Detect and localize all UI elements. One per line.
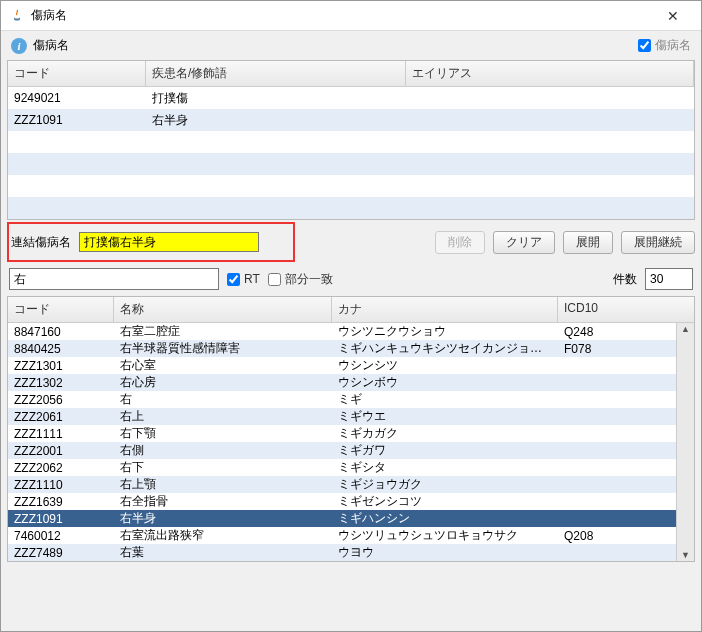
table-row[interactable]: ZZZ2062右下ミギシタ [8, 459, 676, 476]
bottom-grid-header: コード 名称 カナ ICD10 [8, 297, 694, 323]
cell-kana: ミギカガク [332, 425, 558, 442]
scroll-down-icon[interactable]: ▼ [681, 549, 690, 561]
cell-name: 打撲傷 [146, 90, 406, 107]
cell-kana: ウシンシツ [332, 357, 558, 374]
cell-code: 8847160 [8, 325, 114, 339]
rt-label: RT [244, 272, 260, 286]
col-name[interactable]: 疾患名/修飾語 [146, 61, 406, 86]
table-row[interactable]: ZZZ7489右葉ウヨウ [8, 544, 676, 561]
cell-name: 右半球器質性感情障害 [114, 340, 332, 357]
table-row[interactable]: ZZZ2001右側ミギガワ [8, 442, 676, 459]
bcol-icd[interactable]: ICD10 [558, 297, 676, 322]
scrollbar[interactable]: ▲ ▼ [676, 323, 694, 561]
table-row[interactable]: 7460012右室流出路狭窄ウシツリュウシュツロキョウサクQ208 [8, 527, 676, 544]
cell-kana: ミギガワ [332, 442, 558, 459]
cell-kana: ミギゼンシコツ [332, 493, 558, 510]
table-row[interactable]: ZZZ1091右半身ミギハンシン [8, 510, 676, 527]
scroll-up-icon[interactable]: ▲ [681, 323, 690, 335]
table-row[interactable]: ZZZ1639右全指骨ミギゼンシコツ [8, 493, 676, 510]
expand-button[interactable]: 展開 [563, 231, 613, 254]
cell-name: 右上 [114, 408, 332, 425]
cell-kana: ミギハンキュウキシツセイカンジョウシ... [332, 340, 558, 357]
col-alias[interactable]: エイリアス [406, 61, 694, 86]
cell-kana: ミギ [332, 391, 558, 408]
cell-code: ZZZ2001 [8, 444, 114, 458]
bcol-code[interactable]: コード [8, 297, 114, 322]
header-checkbox[interactable]: 傷病名 [638, 37, 691, 54]
mid-panel: 連結傷病名 削除 クリア 展開 展開継続 [7, 230, 695, 254]
table-row[interactable] [8, 153, 694, 175]
table-row[interactable] [8, 197, 694, 219]
table-row[interactable]: ZZZ1091右半身 [8, 109, 694, 131]
cell-icd: Q208 [558, 529, 676, 543]
titlebar: 傷病名 ✕ [1, 1, 701, 31]
cell-name: 右 [114, 391, 332, 408]
partial-checkbox-input[interactable] [268, 273, 281, 286]
cell-kana: ウシツニクウショウ [332, 323, 558, 340]
table-row[interactable]: 8840425右半球器質性感情障害ミギハンキュウキシツセイカンジョウシ...F0… [8, 340, 676, 357]
cell-code: 8840425 [8, 342, 114, 356]
cell-code: ZZZ1091 [8, 113, 146, 127]
cell-name: 右半身 [146, 112, 406, 129]
rt-checkbox[interactable]: RT [227, 272, 260, 286]
java-icon [9, 8, 25, 24]
cell-kana: ウシツリュウシュツロキョウサク [332, 527, 558, 544]
table-row[interactable]: ZZZ2061右上ミギウエ [8, 408, 676, 425]
table-row[interactable] [8, 175, 694, 197]
cell-code: ZZZ1639 [8, 495, 114, 509]
cell-code: ZZZ1091 [8, 512, 114, 526]
app-window: 傷病名 ✕ i 傷病名 傷病名 コード 疾患名/修飾語 エイリアス 924902… [0, 0, 702, 632]
cell-name: 右下 [114, 459, 332, 476]
clear-button[interactable]: クリア [493, 231, 555, 254]
cell-name: 右全指骨 [114, 493, 332, 510]
cell-name: 右室二腔症 [114, 323, 332, 340]
cell-code: ZZZ1302 [8, 376, 114, 390]
rt-checkbox-input[interactable] [227, 273, 240, 286]
table-row[interactable]: 8847160右室二腔症ウシツニクウショウQ248 [8, 323, 676, 340]
cell-kana: ミギハンシン [332, 510, 558, 527]
cell-name: 右上顎 [114, 476, 332, 493]
table-row[interactable]: ZZZ1301右心室ウシンシツ [8, 357, 676, 374]
cell-kana: ウシンボウ [332, 374, 558, 391]
cell-code: ZZZ2061 [8, 410, 114, 424]
expand-continue-button[interactable]: 展開継続 [621, 231, 695, 254]
cell-code: 9249021 [8, 91, 146, 105]
close-button[interactable]: ✕ [653, 8, 693, 24]
table-row[interactable]: ZZZ2056右ミギ [8, 391, 676, 408]
header-checkbox-label: 傷病名 [655, 37, 691, 54]
partial-checkbox[interactable]: 部分一致 [268, 271, 333, 288]
window-title: 傷病名 [31, 7, 653, 24]
partial-label: 部分一致 [285, 271, 333, 288]
cell-code: ZZZ2062 [8, 461, 114, 475]
linked-name-input[interactable] [79, 232, 259, 252]
cell-name: 右側 [114, 442, 332, 459]
cell-code: ZZZ1301 [8, 359, 114, 373]
cell-name: 右下顎 [114, 425, 332, 442]
delete-button[interactable]: 削除 [435, 231, 485, 254]
count-label: 件数 [613, 271, 637, 288]
table-row[interactable]: 9249021打撲傷 [8, 87, 694, 109]
header-checkbox-input[interactable] [638, 39, 651, 52]
cell-kana: ウヨウ [332, 544, 558, 561]
bcol-name[interactable]: 名称 [114, 297, 332, 322]
bcol-kana[interactable]: カナ [332, 297, 558, 322]
table-row[interactable] [8, 131, 694, 153]
page-header: i 傷病名 傷病名 [1, 31, 701, 60]
table-row[interactable]: ZZZ1111右下顎ミギカガク [8, 425, 676, 442]
count-input[interactable] [645, 268, 693, 290]
search-row: RT 部分一致 件数 [9, 268, 693, 290]
search-input[interactable] [9, 268, 219, 290]
table-row[interactable]: ZZZ1302右心房ウシンボウ [8, 374, 676, 391]
cell-name: 右半身 [114, 510, 332, 527]
table-row[interactable]: ZZZ1110右上顎ミギジョウガク [8, 476, 676, 493]
cell-kana: ミギシタ [332, 459, 558, 476]
cell-icd: F078 [558, 342, 676, 356]
linked-label: 連結傷病名 [11, 234, 71, 251]
cell-name: 右室流出路狭窄 [114, 527, 332, 544]
cell-icd: Q248 [558, 325, 676, 339]
cell-kana: ミギジョウガク [332, 476, 558, 493]
cell-name: 右心室 [114, 357, 332, 374]
top-grid: コード 疾患名/修飾語 エイリアス 9249021打撲傷ZZZ1091右半身 [7, 60, 695, 220]
cell-code: ZZZ1111 [8, 427, 114, 441]
col-code[interactable]: コード [8, 61, 146, 86]
